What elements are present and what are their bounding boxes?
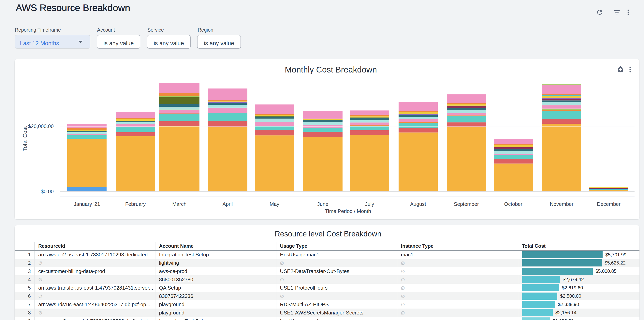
svg-text:September: September: [454, 201, 479, 207]
svg-text:January '21: January '21: [74, 201, 100, 207]
svg-text:August: August: [410, 201, 426, 207]
svg-text:May: May: [270, 201, 279, 207]
svg-text:December: December: [597, 201, 620, 207]
svg-text:March: March: [172, 201, 186, 207]
svg-text:Monthly Cost Breakdown: Monthly Cost Breakdown: [285, 65, 377, 74]
svg-text:June: June: [317, 201, 328, 207]
svg-text:Time Period / Month: Time Period / Month: [325, 208, 371, 214]
svg-text:November: November: [550, 201, 574, 207]
svg-text:October: October: [504, 201, 522, 207]
svg-text:February: February: [125, 201, 146, 207]
svg-text:Total Cost: Total Cost: [22, 126, 28, 151]
svg-text:$0.00: $0.00: [41, 188, 54, 194]
svg-text:July: July: [365, 201, 374, 207]
svg-text:$20,000.00: $20,000.00: [28, 123, 54, 129]
svg-text:April: April: [222, 201, 232, 207]
